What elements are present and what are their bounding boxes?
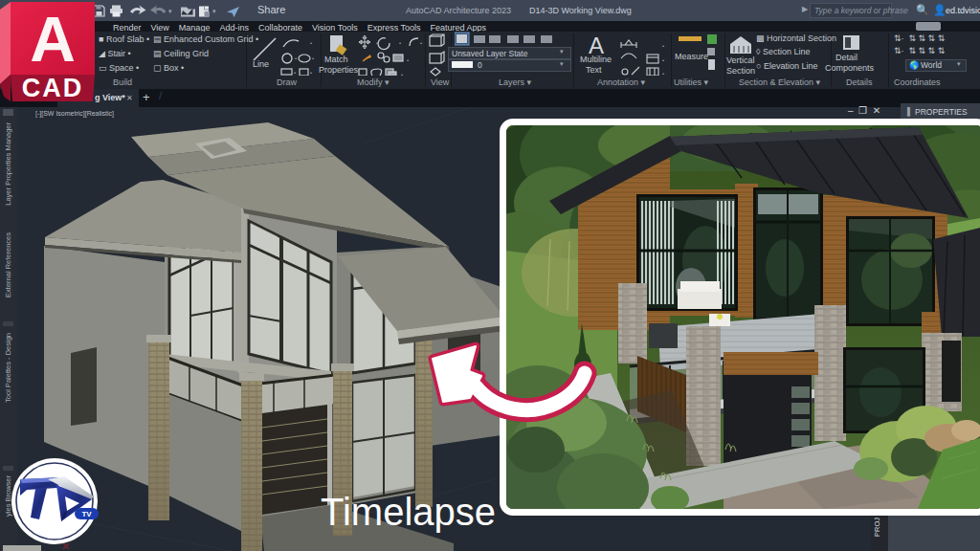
svg-text:A: A bbox=[30, 4, 76, 75]
svg-text:•: • bbox=[310, 40, 312, 46]
svg-text:▾: ▾ bbox=[212, 8, 216, 14]
svg-text:•: • bbox=[662, 57, 664, 63]
svg-text:•: • bbox=[294, 70, 296, 76]
svg-text:•: • bbox=[399, 40, 401, 46]
svg-text:•: • bbox=[295, 55, 297, 61]
svg-text:•: • bbox=[312, 55, 314, 61]
svg-text:•: • bbox=[376, 40, 378, 46]
svg-text:•: • bbox=[310, 70, 312, 76]
svg-text:•: • bbox=[407, 57, 409, 63]
svg-text:TV: TV bbox=[81, 510, 92, 518]
svg-text:•: • bbox=[420, 40, 422, 46]
svg-text:•: • bbox=[401, 72, 403, 76]
svg-text:CAD: CAD bbox=[22, 74, 84, 102]
svg-text:•: • bbox=[662, 43, 664, 49]
svg-text:▾: ▾ bbox=[168, 8, 172, 14]
svg-text:•: • bbox=[662, 71, 664, 76]
